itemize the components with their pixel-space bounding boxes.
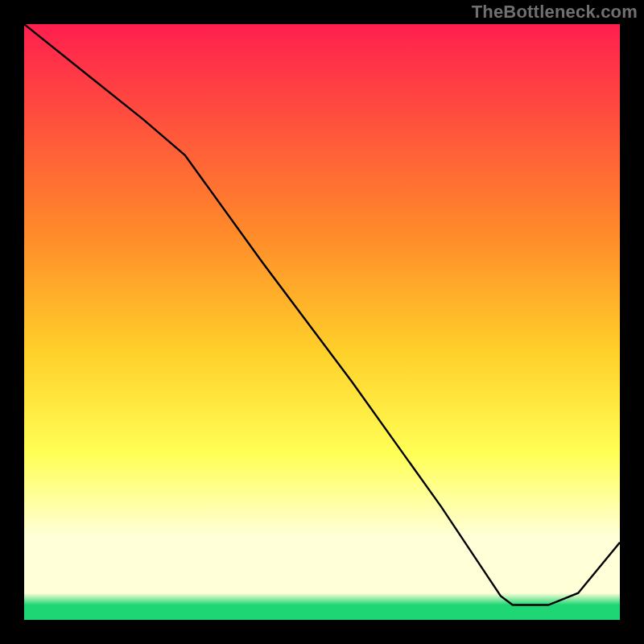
chart-frame: TheBottleneck.com — [0, 0, 644, 644]
bottleneck-curve — [24, 24, 620, 620]
border-bottom — [0, 620, 644, 644]
watermark-text: TheBottleneck.com — [472, 2, 638, 23]
plot-area — [24, 24, 620, 620]
border-right — [620, 0, 644, 644]
border-left — [0, 0, 24, 644]
